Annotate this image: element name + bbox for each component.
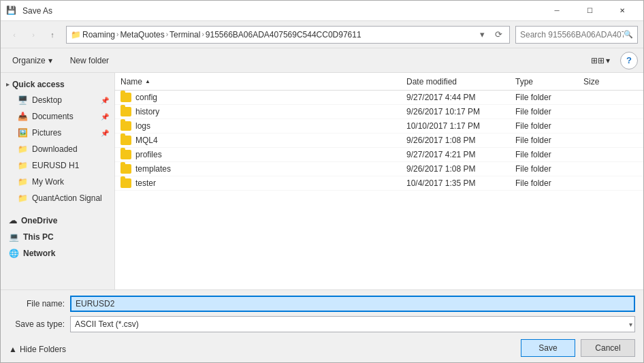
window-icon: 💾 <box>6 5 17 16</box>
table-row[interactable]: history 9/26/2017 10:17 PM File folder <box>115 105 643 119</box>
save-as-dialog: 💾 Save As ─ ☐ ✕ ‹ › ↑ 📁 Roaming › MetaQu… <box>0 0 644 363</box>
eurusd-icon: 📁 <box>17 160 28 171</box>
search-input[interactable] <box>520 30 624 40</box>
sidebar-item-pictures[interactable]: 🖼️ Pictures 📌 <box>1 125 114 141</box>
file-name-cell: history <box>120 107 406 116</box>
column-type[interactable]: Type <box>515 77 583 86</box>
file-type-cell: File folder <box>515 107 583 116</box>
file-name-cell: profiles <box>120 150 406 159</box>
sidebar-item-eurusd[interactable]: 📁 EURUSD H1 <box>1 157 114 174</box>
column-size-label: Size <box>583 77 599 86</box>
quick-access-header[interactable]: ▸ Quick access <box>1 76 114 92</box>
minimize-button[interactable]: ─ <box>541 1 573 21</box>
desktop-pin-icon: 📌 <box>101 97 109 104</box>
breadcrumb-metaquotes[interactable]: MetaQuotes <box>120 30 164 40</box>
window-title: Save As <box>22 6 52 16</box>
thispc-icon: 💻 <box>9 232 19 242</box>
breadcrumb-terminal[interactable]: Terminal <box>170 30 200 40</box>
save-button[interactable]: Save <box>521 339 575 357</box>
breadcrumb-id[interactable]: 915566BA06ADA407569C544CC0D97611 <box>206 30 361 40</box>
title-bar: 💾 Save As ─ ☐ ✕ <box>1 1 643 21</box>
footer-area: ▲ Hide Folders Save Cancel <box>9 336 635 357</box>
onedrive-label: OneDrive <box>21 216 57 225</box>
folder-icon <box>120 178 131 188</box>
sidebar-item-desktop[interactable]: 🖥️ Desktop 📌 <box>1 92 114 108</box>
file-area: Name ▲ Date modified Type Size config <box>115 73 643 289</box>
savetype-row: Save as type: ASCII Text (*.csv) ▾ <box>9 316 635 332</box>
forward-button[interactable]: › <box>25 27 42 43</box>
organize-arrow-icon: ▾ <box>48 56 52 65</box>
new-folder-button[interactable]: New folder <box>64 52 115 69</box>
sidebar-item-mywork[interactable]: 📁 My Work <box>1 174 114 190</box>
onedrive-header[interactable]: ☁ OneDrive <box>1 212 114 228</box>
table-row[interactable]: templates 9/26/2017 1:08 PM File folder <box>115 162 643 176</box>
sidebar-item-quantaction[interactable]: 📁 QuantAction Signal <box>1 190 114 206</box>
file-name-cell: MQL4 <box>120 136 406 145</box>
file-type-cell: File folder <box>515 121 583 131</box>
folder-icon <box>120 164 131 174</box>
column-date-label: Date modified <box>406 77 457 86</box>
sidebar: ▸ Quick access 🖥️ Desktop 📌 📥 Documents … <box>1 73 115 289</box>
cancel-button[interactable]: Cancel <box>581 339 635 357</box>
up-button[interactable]: ↑ <box>44 27 61 43</box>
column-name[interactable]: Name ▲ <box>120 77 406 86</box>
file-rows-container: config 9/27/2017 4:44 PM File folder his… <box>115 91 643 191</box>
hide-folders-arrow-icon: ▲ <box>9 345 17 354</box>
breadcrumb: 📁 Roaming › MetaQuotes › Terminal › 9155… <box>71 30 472 40</box>
column-date[interactable]: Date modified <box>406 77 515 86</box>
hide-folders-button[interactable]: ▲ Hide Folders <box>9 345 66 354</box>
address-bar: 📁 Roaming › MetaQuotes › Terminal › 9155… <box>66 26 510 44</box>
pictures-icon: 🖼️ <box>17 127 28 138</box>
sidebar-item-downloaded-label: Downloaded <box>32 144 78 154</box>
content-area: ▸ Quick access 🖥️ Desktop 📌 📥 Documents … <box>1 73 643 289</box>
table-row[interactable]: tester 10/4/2017 1:35 PM File folder <box>115 176 643 191</box>
organize-button[interactable]: Organize ▾ <box>6 52 59 69</box>
sidebar-item-downloaded[interactable]: 📁 Downloaded <box>1 141 114 157</box>
file-date-cell: 9/27/2017 4:44 PM <box>406 93 515 102</box>
back-button[interactable]: ‹ <box>6 27 22 43</box>
thispc-header[interactable]: 💻 This PC <box>1 228 114 244</box>
network-header[interactable]: 🌐 Network <box>1 244 114 261</box>
mywork-icon: 📁 <box>17 176 28 187</box>
sort-arrow-icon: ▲ <box>145 78 150 84</box>
file-type-cell: File folder <box>515 136 583 145</box>
savetype-select[interactable]: ASCII Text (*.csv) <box>70 316 635 332</box>
refresh-button[interactable]: ⟳ <box>492 28 505 42</box>
maximize-button[interactable]: ☐ <box>574 1 605 21</box>
address-dropdown-button[interactable]: ▾ <box>475 28 489 42</box>
folder-icon <box>120 107 131 116</box>
file-date-cell: 9/26/2017 1:08 PM <box>406 136 515 145</box>
file-type-cell: File folder <box>515 150 583 159</box>
view-arrow-icon: ▾ <box>606 56 610 65</box>
organize-toolbar: Organize ▾ New folder ⊞⊞ ▾ ? <box>1 48 643 73</box>
file-name-text: templates <box>135 164 171 174</box>
onedrive-icon: ☁ <box>9 216 17 225</box>
search-box: 🔍 <box>515 26 638 44</box>
breadcrumb-roaming[interactable]: Roaming <box>82 30 115 40</box>
table-row[interactable]: logs 10/10/2017 1:17 PM File folder <box>115 119 643 133</box>
file-type-cell: File folder <box>515 178 583 188</box>
sidebar-item-documents[interactable]: 📥 Documents 📌 <box>1 108 114 125</box>
folder-icon <box>120 136 131 145</box>
file-name-cell: logs <box>120 121 406 131</box>
table-row[interactable]: config 9/27/2017 4:44 PM File folder <box>115 91 643 105</box>
file-name-text: history <box>135 107 159 116</box>
help-button[interactable]: ? <box>620 52 638 69</box>
file-list-header: Name ▲ Date modified Type Size <box>115 73 643 91</box>
sidebar-item-pictures-label: Pictures <box>32 128 61 138</box>
savetype-select-wrapper: ASCII Text (*.csv) ▾ <box>70 316 635 332</box>
close-button[interactable]: ✕ <box>607 1 638 21</box>
folder-icon <box>120 150 131 159</box>
filename-input[interactable] <box>70 296 635 312</box>
file-name-text: profiles <box>135 150 162 159</box>
network-label: Network <box>23 249 55 258</box>
downloaded-icon: 📁 <box>17 144 28 155</box>
view-button[interactable]: ⊞⊞ ▾ <box>586 52 615 69</box>
column-size[interactable]: Size <box>583 77 638 86</box>
table-row[interactable]: MQL4 9/26/2017 1:08 PM File folder <box>115 133 643 148</box>
action-buttons: Save Cancel <box>521 339 635 357</box>
breadcrumb-sep-3: › <box>202 31 204 38</box>
column-type-label: Type <box>515 77 533 86</box>
table-row[interactable]: profiles 9/27/2017 4:21 PM File folder <box>115 148 643 162</box>
file-name-text: MQL4 <box>135 136 158 145</box>
